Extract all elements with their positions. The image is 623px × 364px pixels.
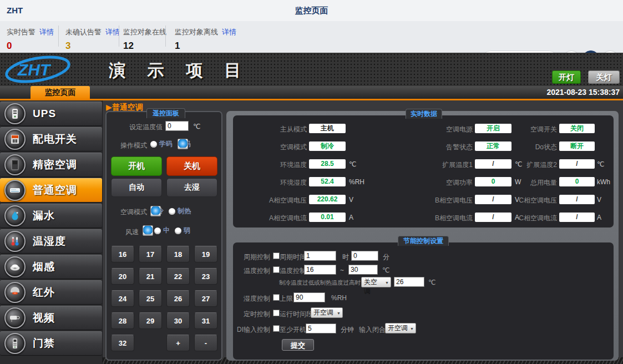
timestamp: 2021-08-23 15:38:37	[546, 88, 620, 97]
submit-button[interactable]: 提交	[282, 339, 314, 351]
timer-control-checkbox[interactable]	[273, 310, 280, 316]
keypad-button-24[interactable]: 24	[111, 290, 134, 307]
keypad-button-+[interactable]: +	[166, 335, 190, 351]
auto-button[interactable]: 自动	[111, 178, 162, 197]
humidity-limit-input[interactable]	[293, 292, 325, 302]
di-closed-select[interactable]: 开空调 ▼	[385, 323, 416, 333]
op-mode-option[interactable]: 发码	[178, 139, 191, 149]
keypad-button-25[interactable]: 25	[139, 290, 162, 307]
selected-option: 开空调	[313, 309, 333, 316]
sidebar-item-烟感[interactable]: 烟感	[0, 255, 102, 279]
door-access-icon	[4, 333, 26, 354]
dehumidify-button[interactable]: 去湿	[166, 178, 217, 197]
set-temp-input[interactable]	[165, 121, 189, 131]
radio-label: 弱	[184, 226, 190, 235]
timer-period-select[interactable]: 开空调 ▼	[311, 307, 343, 318]
keypad-button-23[interactable]: 23	[194, 268, 217, 285]
zht-logo: ZHT	[3, 55, 103, 84]
keypad-button-19[interactable]: 19	[194, 246, 217, 262]
keypad-button-26[interactable]: 26	[166, 290, 190, 307]
di-control-label: DI输入控制	[226, 325, 270, 335]
power-on-button[interactable]: 开机	[111, 156, 162, 176]
action-temp-input[interactable]	[394, 277, 424, 287]
rt-field-unit: A	[597, 214, 601, 221]
power-off-button[interactable]: 关机	[166, 156, 217, 176]
stats-bar: 实时告警详情0未确认告警详情3监控对象在线12监控对象离线详情1 1:1	[0, 21, 623, 53]
low-temp-action-select[interactable]: 关空调 ▼	[361, 277, 391, 287]
energy-panel-tab: 节能控制设置	[398, 236, 449, 246]
keypad-button-21[interactable]: 21	[139, 268, 162, 285]
humidity-control-checkbox[interactable]	[273, 294, 280, 301]
temp-min-input[interactable]	[304, 265, 336, 275]
sidebar-item-label: 视频	[33, 311, 55, 325]
sidebar-item-视频[interactable]: 视频	[0, 306, 102, 330]
keypad-button-16[interactable]: 16	[111, 246, 134, 262]
selected-option: 开空调	[388, 324, 408, 332]
fan-speed-option[interactable]: 中	[154, 226, 170, 235]
tab-monitor-page[interactable]: 监控页面	[31, 86, 90, 99]
ac-icon	[4, 180, 26, 201]
detail-link[interactable]: 详情	[39, 28, 54, 36]
sidebar-item-门禁[interactable]: 门禁	[0, 331, 102, 356]
rt-field-unit: V	[597, 196, 601, 204]
rt-field-unit: V	[349, 196, 353, 204]
sidebar: UPS配电开关精密空调普通空调漏水温湿度烟感红外视频门禁	[0, 100, 103, 364]
keypad-button-32[interactable]: 32	[111, 335, 134, 351]
light-off-button[interactable]: 关灯	[588, 70, 620, 84]
light-on-button[interactable]: 开灯	[552, 70, 581, 84]
sidebar-item-红外[interactable]: 红外	[0, 280, 102, 305]
temp-control-checkbox[interactable]	[273, 266, 280, 273]
cycle-control-label: 周期控制	[226, 252, 270, 262]
keypad-button-20[interactable]: 20	[111, 268, 134, 285]
rt-field-value: 主机	[309, 124, 346, 133]
detail-link[interactable]: 详情	[222, 28, 236, 36]
keypad-button-17[interactable]: 17	[139, 246, 162, 262]
di-control-checkbox[interactable]	[273, 325, 280, 332]
sidebar-item-温湿度[interactable]: 温湿度	[0, 229, 102, 254]
radio-label: 学码	[159, 139, 173, 149]
radio-icon	[169, 208, 175, 215]
tab-bar: 监控页面 2021-08-23 15:38:37	[0, 86, 623, 100]
cycle-control-checkbox[interactable]	[273, 252, 280, 259]
keypad-button-29[interactable]: 29	[139, 312, 162, 329]
sidebar-item-漏水[interactable]: 漏水	[0, 204, 102, 228]
ac-mode-option[interactable]: 制冷	[150, 206, 164, 216]
keypad-button-28[interactable]: 28	[111, 312, 134, 329]
keypad-button-31[interactable]: 31	[194, 312, 217, 329]
keypad-button--[interactable]: -	[194, 335, 217, 351]
sidebar-item-普通空调[interactable]: 普通空调	[0, 178, 102, 203]
rt-field-label: A相空调电流	[240, 214, 307, 223]
temp-range-separator: ~	[340, 266, 344, 274]
radio-label: 中	[163, 226, 170, 235]
rt-field-label: 环境温度	[240, 160, 307, 170]
stat-value: 1	[175, 41, 236, 52]
ac-mode-option[interactable]: 制热	[169, 206, 191, 216]
sidebar-item-label: UPS	[33, 108, 56, 120]
sidebar-item-配电开关[interactable]: 配电开关	[0, 127, 102, 151]
keypad-button-27[interactable]: 27	[194, 290, 217, 307]
ac-mode-radio-group: 制冷制热	[150, 206, 191, 216]
op-mode-label: 操作模式	[105, 141, 147, 150]
detail-link[interactable]: 详情	[105, 28, 120, 36]
keypad-button-18[interactable]: 18	[166, 246, 190, 262]
sidebar-item-精密空调[interactable]: 精密空调	[0, 153, 102, 177]
timer-control-label: 定时控制	[226, 310, 270, 319]
infrared-icon	[4, 282, 26, 303]
keypad-button-30[interactable]: 30	[166, 312, 190, 329]
cycle-hour-input[interactable]	[304, 251, 336, 261]
di-min-on-input[interactable]	[306, 323, 336, 333]
cycle-minute-input[interactable]	[351, 251, 378, 261]
keypad-button-22[interactable]: 22	[166, 268, 190, 285]
rt-field-label: 环境湿度	[240, 178, 307, 188]
fan-speed-option[interactable]: 弱	[175, 226, 190, 235]
sidebar-item-UPS[interactable]: UPS	[0, 102, 102, 126]
stats-divider	[119, 26, 119, 47]
rt-field-label: B相空调电压	[406, 196, 473, 205]
temp-max-input[interactable]	[348, 265, 378, 275]
top-bar: ZHT 监控页面	[0, 0, 623, 22]
content-header-title: 普通空调	[112, 103, 143, 112]
op-mode-option[interactable]: 学码	[150, 139, 173, 149]
radio-icon	[143, 225, 153, 236]
fan-speed-option[interactable]: 强	[143, 226, 149, 235]
stat-value: 0	[7, 41, 54, 52]
